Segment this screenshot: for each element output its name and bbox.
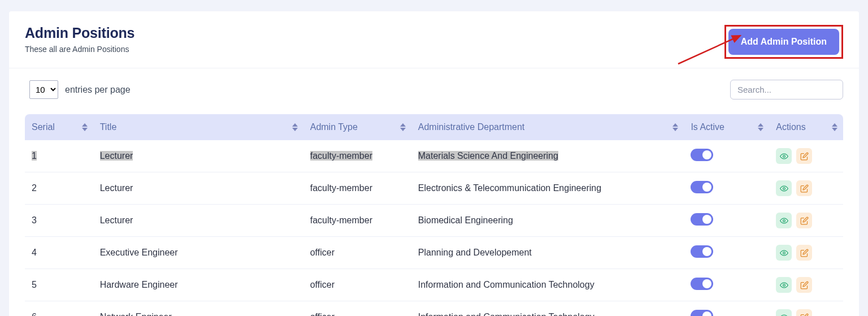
cell-actions [769, 140, 843, 172]
view-button[interactable] [776, 277, 792, 293]
edit-button[interactable] [796, 309, 812, 316]
table-row: 3Lecturerfaculty-memberBiomedical Engine… [25, 205, 843, 237]
svg-point-13 [783, 187, 785, 189]
cell-serial: 6 [25, 301, 93, 317]
cell-admin-type: faculty-member [303, 140, 411, 172]
eye-icon [780, 184, 788, 193]
edit-button[interactable] [796, 245, 812, 261]
eye-icon [780, 152, 788, 161]
sort-icon [82, 123, 88, 131]
view-button[interactable] [776, 309, 792, 316]
active-toggle[interactable] [691, 278, 713, 290]
svg-point-15 [783, 252, 785, 254]
col-title[interactable]: Title [93, 114, 303, 140]
eye-icon [780, 217, 788, 225]
sort-icon [672, 123, 678, 131]
page-title: Admin Positions [25, 25, 134, 41]
cell-serial: 5 [25, 269, 93, 301]
col-serial[interactable]: Serial [25, 114, 93, 140]
cell-department: Biomedical Engineering [411, 205, 684, 237]
add-admin-position-button[interactable]: Add Admin Position [728, 29, 839, 55]
active-toggle[interactable] [691, 213, 713, 226]
svg-marker-3 [292, 128, 298, 131]
table-row: 1Lecturerfaculty-memberMaterials Science… [25, 140, 843, 172]
svg-marker-11 [832, 128, 837, 131]
cell-department: Information and Communication Technology [411, 269, 684, 301]
entries-per-page-control: 10 entries per page [29, 80, 131, 99]
col-department[interactable]: Administrative Department [411, 114, 684, 140]
view-button[interactable] [776, 213, 792, 228]
active-toggle[interactable] [691, 245, 713, 258]
cell-department: Planning and Developement [411, 237, 684, 269]
cell-admin-type: faculty-member [303, 172, 411, 205]
table-row: 2Lecturerfaculty-memberElectronics & Tel… [25, 172, 843, 205]
cell-title: Executive Engineer [93, 237, 303, 269]
cell-is-active [684, 237, 769, 269]
cell-admin-type: officer [303, 237, 411, 269]
edit-button[interactable] [796, 277, 812, 293]
search-input[interactable] [730, 80, 843, 99]
col-actions[interactable]: Actions [769, 114, 843, 140]
view-button[interactable] [776, 148, 792, 164]
svg-marker-10 [832, 123, 837, 127]
edit-icon [800, 152, 809, 161]
svg-marker-8 [758, 123, 763, 127]
cell-serial: 1 [25, 140, 93, 172]
sort-icon [758, 123, 763, 131]
col-is-active[interactable]: Is Active [684, 114, 769, 140]
cell-is-active [684, 205, 769, 237]
cell-actions [769, 301, 843, 317]
cell-title: Lecturer [93, 172, 303, 205]
col-admin-type[interactable]: Admin Type [303, 114, 411, 140]
edit-button[interactable] [796, 180, 812, 196]
cell-department: Information and Communication Technology [411, 301, 684, 317]
cell-is-active [684, 140, 769, 172]
cell-actions [769, 205, 843, 237]
active-toggle[interactable] [691, 181, 713, 193]
eye-icon [780, 249, 788, 257]
cell-is-active [684, 269, 769, 301]
entries-label: entries per page [65, 85, 131, 95]
cell-actions [769, 237, 843, 269]
add-button-highlight: Add Admin Position [724, 25, 843, 59]
svg-marker-0 [82, 123, 88, 127]
sort-icon [292, 123, 298, 131]
title-block: Admin Positions These all are Admin Posi… [25, 25, 134, 54]
cell-department: Materials Science And Engineering [411, 140, 684, 172]
cell-actions [769, 269, 843, 301]
active-toggle[interactable] [691, 149, 713, 161]
table-row: 4Executive EngineerofficerPlanning and D… [25, 237, 843, 269]
cell-title: Hardware Engineer [93, 269, 303, 301]
edit-button[interactable] [796, 213, 812, 228]
cell-title: Lecturer [93, 205, 303, 237]
edit-button[interactable] [796, 148, 812, 164]
cell-department: Electronics & Telecommunication Engineer… [411, 172, 684, 205]
svg-marker-4 [400, 123, 406, 127]
eye-icon [780, 281, 788, 289]
cell-serial: 2 [25, 172, 93, 205]
sort-icon [400, 123, 406, 131]
edit-icon [800, 313, 809, 317]
cell-actions [769, 172, 843, 205]
edit-icon [800, 249, 809, 257]
svg-point-16 [783, 284, 785, 286]
svg-marker-6 [672, 123, 678, 127]
cell-admin-type: officer [303, 301, 411, 317]
view-button[interactable] [776, 245, 792, 261]
entries-select[interactable]: 10 [29, 80, 58, 99]
page-subtitle: These all are Admin Positions [25, 45, 134, 54]
svg-marker-1 [82, 128, 88, 131]
table-row: 5Hardware EngineerofficerInformation and… [25, 269, 843, 301]
sort-icon [832, 123, 837, 131]
view-button[interactable] [776, 180, 792, 196]
cell-admin-type: faculty-member [303, 205, 411, 237]
cell-title: Lecturer [93, 140, 303, 172]
eye-icon [780, 313, 788, 317]
table-row: 6Network EngineerofficerInformation and … [25, 301, 843, 317]
cell-serial: 3 [25, 205, 93, 237]
edit-icon [800, 217, 809, 225]
edit-icon [800, 281, 809, 289]
active-toggle[interactable] [691, 310, 713, 316]
edit-icon [800, 184, 809, 193]
svg-point-14 [783, 219, 785, 222]
